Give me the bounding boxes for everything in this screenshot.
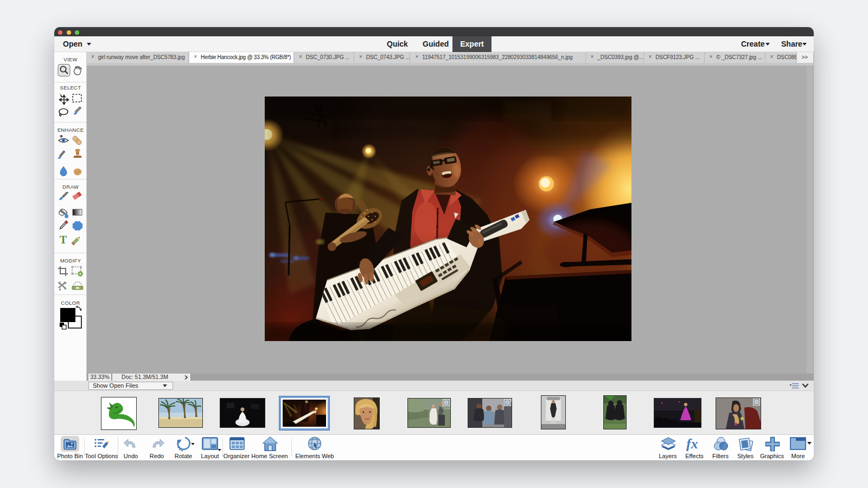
svg-text:fx: fx <box>686 437 698 451</box>
svg-text:T: T <box>60 234 67 246</box>
